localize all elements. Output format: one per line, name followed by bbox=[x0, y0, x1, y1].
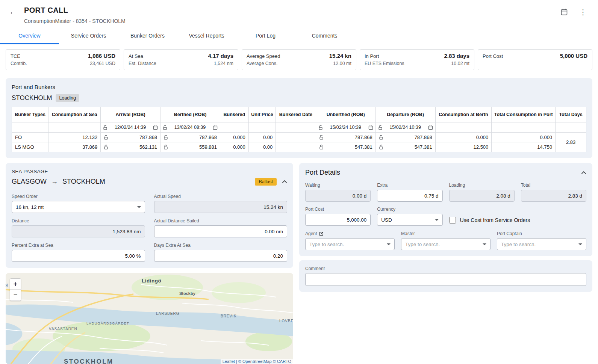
total-value: 2.83 d bbox=[521, 190, 586, 202]
stat-value: 1,086 USD bbox=[88, 53, 115, 59]
map[interactable]: ol Lidingö Stockby LARSBERG BREVIK LÖVBE… bbox=[6, 273, 293, 364]
lsmgo-departure-rob-cell[interactable]: 547.381 bbox=[375, 142, 435, 152]
speed-order-label: Speed Order bbox=[12, 194, 145, 199]
use-cost-checkbox[interactable] bbox=[449, 217, 456, 224]
chevron-down-icon bbox=[137, 206, 141, 208]
master-search-select[interactable]: Type to search. bbox=[401, 238, 491, 250]
days-extra-at-sea-input[interactable] bbox=[154, 250, 288, 262]
lock-open-icon bbox=[379, 135, 383, 140]
calendar-icon[interactable] bbox=[560, 8, 568, 16]
stat-sub-value: 10.02 mt bbox=[451, 61, 469, 66]
fo-berthed-rob-cell[interactable]: 787.868 bbox=[160, 133, 220, 142]
bunker-table: Bunker Types Consumption at Sea Arrival … bbox=[12, 107, 586, 152]
unberthed-date-field[interactable]: 15/02/24 10:39 bbox=[318, 125, 373, 130]
currency-select[interactable]: USD bbox=[377, 214, 442, 226]
lsmgo-bunkered[interactable]: 0.000 bbox=[220, 142, 249, 152]
departure-date-field[interactable]: 15/02/24 10:39 bbox=[378, 125, 433, 130]
map-attribution[interactable]: Leaflet | © OpenStreetMap © CARTO bbox=[221, 359, 293, 364]
tab-bar: Overview Service Orders Bunker Orders Ve… bbox=[0, 28, 598, 44]
col-bunkered-date: Bunkered Date bbox=[276, 107, 316, 122]
fo-consumption-at-berth: 0.000 bbox=[435, 133, 492, 142]
col-bunkered: Bunkered bbox=[220, 107, 249, 122]
map-label-lidingo: Lidingö bbox=[142, 278, 161, 284]
stat-card-tce: TCE1,086 USD Contrib.23,461 USD bbox=[6, 49, 120, 70]
lsmgo-consumption-at-sea[interactable]: 37.869 bbox=[48, 142, 101, 152]
ballast-badge: Ballast bbox=[255, 178, 277, 186]
tab-comments[interactable]: Comments bbox=[295, 28, 354, 44]
tab-service-orders[interactable]: Service Orders bbox=[59, 28, 118, 44]
col-consumption-at-berth: Consumption at Berth bbox=[435, 107, 492, 122]
arrival-date-field[interactable]: 12/02/24 14:39 bbox=[103, 125, 158, 130]
lsmgo-unit-price[interactable]: 0.00 bbox=[248, 142, 276, 152]
lock-open-icon bbox=[163, 125, 167, 130]
collapse-chevron-icon[interactable] bbox=[282, 180, 287, 183]
lsmgo-bunkered-date[interactable] bbox=[276, 142, 316, 152]
lsmgo-unberthed-rob-cell[interactable]: 547.381 bbox=[316, 142, 375, 152]
lock-open-icon bbox=[379, 145, 383, 150]
actual-distance-sailed-field: Actual Distance Sailed bbox=[154, 218, 288, 237]
comment-input[interactable] bbox=[305, 273, 586, 286]
agent-search-select[interactable]: Type to search. bbox=[305, 238, 395, 250]
fo-consumption-at-sea[interactable]: 12.132 bbox=[48, 133, 101, 142]
tab-port-log[interactable]: Port Log bbox=[236, 28, 295, 44]
route: GLASGOW → STOCKHOLM bbox=[12, 178, 105, 186]
col-berthed-rob: Berthed (ROB) bbox=[160, 107, 220, 122]
total-label: Total bbox=[521, 183, 586, 188]
fo-arrival-rob-cell[interactable]: 787.868 bbox=[101, 133, 160, 142]
speed-order-select[interactable]: 16 kn, 12 mt bbox=[12, 201, 145, 213]
departure-date: 15/02/24 10:39 bbox=[389, 125, 421, 130]
lsmgo-berthed-rob-cell[interactable]: 559.881 bbox=[160, 142, 220, 152]
tab-vessel-reports[interactable]: Vessel Reports bbox=[177, 28, 236, 44]
extra-input[interactable] bbox=[377, 190, 442, 202]
stat-label: Average Speed bbox=[247, 53, 280, 59]
route-origin: GLASGOW bbox=[12, 178, 47, 186]
port-captain-search-select[interactable]: Type to search. bbox=[497, 238, 586, 250]
external-link-icon[interactable] bbox=[319, 232, 323, 236]
stat-value: 15.24 kn bbox=[329, 53, 351, 59]
actual-speed-label: Actual Speed bbox=[154, 194, 288, 199]
lsmgo-berthed-rob: 559.881 bbox=[199, 144, 217, 150]
actual-speed-field: Actual Speed 15.24 kn bbox=[154, 194, 288, 213]
zoom-out-button[interactable]: − bbox=[10, 290, 21, 301]
sea-passage-form: Speed Order 16 kn, 12 mt Actual Speed 15… bbox=[12, 194, 287, 262]
stat-value: 2.83 days bbox=[444, 53, 469, 59]
port-details-durations: Waiting 0.00 d Extra Loading 2.08 d bbox=[305, 183, 586, 226]
port-and-bunkers-title: Port and Bunkers bbox=[12, 84, 586, 90]
berthed-date-field[interactable]: 13/02/24 08:39 bbox=[163, 125, 218, 130]
bottom-layout: SEA PASSAGE GLASGOW → STOCKHOLM Ballast bbox=[6, 163, 592, 364]
stat-sub-value: 1,524 nm bbox=[214, 61, 233, 66]
kebab-menu-icon[interactable]: ⋮ bbox=[578, 8, 588, 16]
master-placeholder: Type to search. bbox=[405, 242, 440, 247]
fo-departure-rob: 787.868 bbox=[415, 134, 432, 140]
lock-open-icon bbox=[104, 145, 108, 150]
col-unberthed-rob: Unberthed (ROB) bbox=[316, 107, 375, 122]
fo-unberthed-rob-cell[interactable]: 787.868 bbox=[316, 133, 375, 142]
chevron-down-icon bbox=[578, 243, 582, 245]
percent-extra-at-sea-input[interactable] bbox=[12, 250, 145, 262]
master-field: Master Type to search. bbox=[401, 231, 491, 250]
use-cost-checkbox-row: Use Cost from Service Orders bbox=[449, 217, 587, 226]
actual-distance-sailed-input[interactable] bbox=[154, 225, 288, 237]
comment-card: Comment bbox=[299, 260, 592, 292]
route-arrow-icon: → bbox=[51, 178, 58, 186]
collapse-chevron-icon[interactable] bbox=[581, 171, 586, 174]
fo-unit-price[interactable]: 0.00 bbox=[248, 133, 276, 142]
lock-open-icon bbox=[319, 135, 324, 140]
agent-label: Agent bbox=[305, 231, 317, 236]
lsmgo-arrival-rob-cell[interactable]: 562.131 bbox=[101, 142, 160, 152]
port-cost-input[interactable] bbox=[305, 214, 371, 226]
zoom-in-button[interactable]: + bbox=[10, 279, 21, 290]
fo-bunkered-date[interactable] bbox=[276, 133, 316, 142]
lock-open-icon bbox=[104, 135, 108, 140]
back-arrow-icon[interactable]: ← bbox=[9, 8, 17, 16]
page-titles: PORT CALL ConsumptionMaster - 8354 - STO… bbox=[24, 6, 126, 24]
col-total-days: Total Days bbox=[556, 107, 586, 122]
lock-open-icon bbox=[103, 125, 107, 130]
tab-bunker-orders[interactable]: Bunker Orders bbox=[118, 28, 177, 44]
calendar-icon bbox=[368, 125, 373, 130]
fo-departure-rob-cell[interactable]: 787.868 bbox=[375, 133, 435, 142]
fo-bunkered[interactable]: 0.000 bbox=[220, 133, 249, 142]
tab-overview[interactable]: Overview bbox=[0, 28, 59, 44]
stat-sub-label: EU ETS Emissions bbox=[365, 61, 404, 66]
chevron-down-icon bbox=[483, 243, 486, 245]
